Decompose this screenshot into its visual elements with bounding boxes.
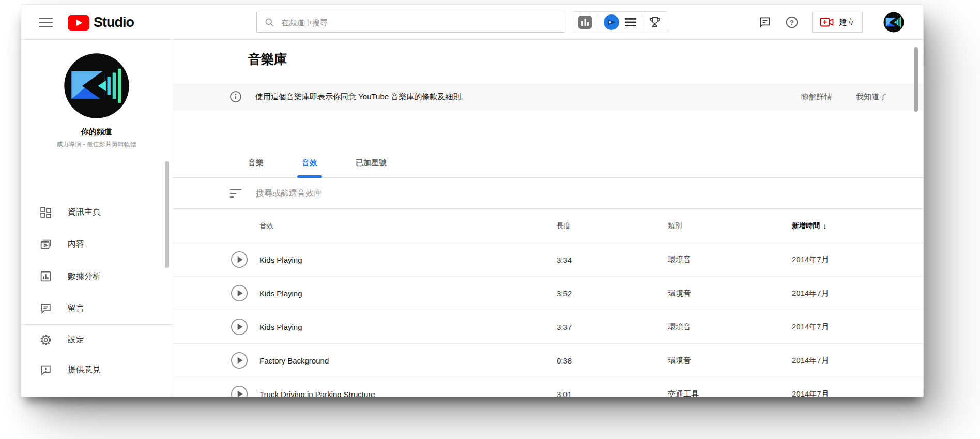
learn-more-link[interactable]: 瞭解詳情 [801, 92, 832, 102]
info-icon [229, 90, 242, 103]
table-header: 音效 長度 類別 新增時間 ↓ [173, 209, 923, 243]
track-name: Kids Playing [259, 255, 302, 264]
channel-avatar[interactable] [64, 53, 130, 119]
banner-actions: 瞭解詳情 我知道了 [801, 92, 887, 102]
sidebar-item-label: 設定 [68, 335, 84, 345]
sort-descending-icon: ↓ [823, 221, 827, 230]
powerdirector-extension-icon[interactable] [604, 14, 619, 30]
create-button-label: 建立 [839, 18, 855, 27]
help-icon[interactable]: ? [785, 16, 799, 29]
column-header-category[interactable]: 類別 [668, 221, 792, 231]
comments-icon [39, 302, 52, 315]
tab-music[interactable]: 音樂 [248, 158, 264, 177]
sidebar-item-label: 內容 [68, 239, 84, 250]
sidebar-item-label: 數據分析 [68, 271, 101, 282]
analytics-extension-icon[interactable] [578, 16, 592, 29]
table-row[interactable]: Kids Playing 3:52 環境音 2014年7月 [173, 277, 923, 310]
track-category: 環境音 [668, 322, 792, 332]
table-row[interactable]: Factory Background 0:38 環境音 2014年7月 [173, 344, 923, 377]
play-button[interactable] [231, 251, 248, 268]
filter-icon [229, 188, 242, 199]
divider [642, 15, 642, 29]
youtube-studio-logo[interactable]: Studio [68, 14, 134, 31]
dashboard-icon [39, 206, 52, 219]
track-name-cell: Truck Driving in Parking Structure [231, 385, 557, 397]
sidebar-item-label: 提供意見 [68, 365, 101, 375]
track-length: 3:52 [557, 289, 668, 298]
channel-header: 你的頻道 威力導演 - 最佳影片剪輯軟體 [21, 40, 172, 149]
play-button[interactable] [231, 284, 248, 302]
track-name-cell: Kids Playing [231, 284, 557, 302]
track-date-added: 2014年7月 [792, 389, 923, 397]
sidebar-item-dashboard[interactable]: 資訊主頁 [21, 196, 172, 228]
topbar: Studio ? 建立 [21, 5, 923, 40]
sidebar-item-feedback[interactable]: 提供意見 [21, 355, 172, 385]
sidebar-item-settings[interactable]: 設定 [21, 325, 172, 355]
filter-input[interactable] [256, 189, 923, 198]
track-category: 環境音 [668, 289, 792, 298]
tab-starred[interactable]: 已加星號 [356, 158, 387, 177]
sound-effects-table: Kids Playing 3:34 環境音 2014年7月 Kids Playi… [173, 243, 923, 397]
track-name: Truck Driving in Parking Structure [259, 390, 375, 397]
column-header-date-added[interactable]: 新增時間 ↓ [792, 221, 923, 231]
track-category: 環境音 [668, 255, 792, 265]
play-button[interactable] [231, 318, 248, 336]
column-header-sound[interactable]: 音效 [231, 221, 557, 231]
track-name-cell: Factory Background [231, 352, 557, 369]
track-name-cell: Kids Playing [231, 251, 557, 268]
create-button[interactable]: 建立 [812, 12, 863, 33]
divider [598, 15, 598, 29]
track-length: 0:38 [557, 356, 668, 365]
sidebar: 你的頻道 威力導演 - 最佳影片剪輯軟體 資訊主頁 內容 數據分析 留言 [21, 40, 172, 397]
content-icon [39, 238, 52, 251]
track-category: 交通工具 [668, 389, 792, 397]
search-input[interactable] [281, 18, 558, 27]
table-row[interactable]: Truck Driving in Parking Structure 3:01 … [173, 377, 923, 397]
track-date-added: 2014年7月 [792, 289, 923, 298]
table-row[interactable]: Kids Playing 3:34 環境音 2014年7月 [173, 243, 923, 277]
track-length: 3:01 [557, 390, 668, 397]
track-date-added: 2014年7月 [792, 255, 923, 265]
topbar-actions: ? 建立 [758, 5, 904, 40]
tab-sound-effects[interactable]: 音效 [302, 158, 317, 177]
menu-icon[interactable] [39, 18, 53, 27]
sidebar-item-analytics[interactable]: 數據分析 [21, 260, 172, 292]
list-icon[interactable] [625, 18, 636, 27]
track-name-cell: Kids Playing [231, 318, 557, 336]
channel-search [256, 12, 565, 33]
table-row[interactable]: Kids Playing 3:37 環境音 2014年7月 [173, 310, 923, 344]
sidebar-item-comments[interactable]: 留言 [21, 292, 172, 324]
track-length: 3:34 [557, 255, 668, 264]
track-date-added: 2014年7月 [792, 322, 923, 332]
sidebar-item-content[interactable]: 內容 [21, 228, 172, 260]
track-name: Factory Background [259, 356, 329, 365]
library-filter-bar [173, 178, 923, 209]
track-category: 環境音 [668, 356, 792, 366]
analytics-icon [39, 270, 52, 283]
got-it-button[interactable]: 我知道了 [856, 92, 887, 102]
trophy-icon[interactable] [648, 16, 662, 29]
column-header-length[interactable]: 長度 [557, 221, 668, 231]
track-name: Kids Playing [259, 323, 302, 331]
studio-logo-text: Studio [94, 14, 134, 31]
youtube-play-icon [68, 15, 89, 31]
sidebar-scrollbar[interactable] [165, 161, 169, 268]
account-avatar[interactable] [883, 12, 904, 33]
sidebar-item-label: 資訊主頁 [68, 207, 101, 218]
send-feedback-icon[interactable] [758, 16, 772, 29]
sidebar-nav: 資訊主頁 內容 數據分析 留言 設定 提供意見 [21, 196, 172, 385]
feedback-icon [39, 364, 52, 376]
sidebar-item-label: 留言 [68, 303, 84, 314]
column-header-label: 新增時間 [792, 221, 820, 231]
track-name: Kids Playing [259, 289, 302, 298]
play-button[interactable] [231, 385, 248, 397]
youtube-studio-window: Studio ? 建立 [21, 4, 924, 397]
svg-text:?: ? [790, 19, 794, 26]
content-scrollbar[interactable] [914, 47, 918, 112]
terms-banner-text: 使用這個音樂庫即表示你同意 YouTube 音樂庫的條款及細則。 [255, 92, 468, 102]
play-button[interactable] [231, 352, 248, 369]
tab-bar: 音樂 音效 已加星號 [173, 146, 923, 178]
search-icon [264, 17, 274, 27]
page-title: 音樂庫 [248, 51, 287, 68]
track-length: 3:37 [557, 323, 668, 331]
